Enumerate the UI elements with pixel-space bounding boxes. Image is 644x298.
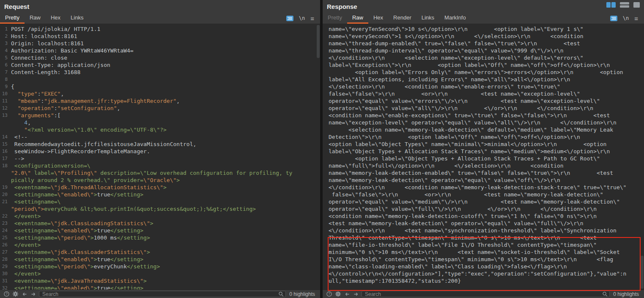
request-panel: Request PrettyRawHexLinks \n ≡ 1POST /ap… bbox=[0, 0, 320, 298]
next-match-button[interactable] bbox=[30, 291, 36, 297]
request-line: 25 <settingname=\"period\">1000 ms</sett… bbox=[0, 234, 320, 241]
response-line: name=\"thread-dump-enabled\" true=\"fals… bbox=[323, 40, 644, 47]
layout-columns-button[interactable] bbox=[606, 2, 616, 8]
request-line: 22 </event> bbox=[0, 212, 320, 220]
request-line: 4, bbox=[0, 119, 320, 126]
request-line: 11 "mbean":"jdk.management.jfr:type=Flig… bbox=[0, 97, 320, 105]
response-search-field bbox=[362, 291, 610, 297]
request-line: "2.0\" label=\"Profiling\" description=\… bbox=[0, 169, 320, 177]
request-line: 27 <eventname=\"jdk.ClassLoaderStatistic… bbox=[0, 248, 320, 256]
tab-pretty[interactable]: Pretty bbox=[0, 13, 25, 24]
tab-hex[interactable]: Hex bbox=[46, 13, 66, 24]
layout-single-button[interactable] bbox=[633, 2, 640, 8]
layout-rows-button[interactable] bbox=[620, 2, 629, 8]
request-tabs: PrettyRawHexLinks bbox=[0, 13, 88, 24]
response-line: <\/condition>\r\n <selection name=\"exce… bbox=[323, 54, 644, 61]
response-line: operator=\"equal\" value=\"full\"\/>\r\n… bbox=[323, 205, 644, 212]
response-line: <condition name=\"enable-exceptions\" tr… bbox=[323, 112, 644, 119]
response-line: operator=\"equal\" value=\"errors\"\/>\r… bbox=[323, 97, 644, 105]
tab-raw[interactable]: Raw bbox=[25, 13, 46, 24]
highlights-count: 0 highlights bbox=[612, 291, 641, 297]
search-settings-gear-icon[interactable] bbox=[335, 291, 341, 297]
request-line: pically around 2 % overhead.\" provider=… bbox=[0, 177, 320, 184]
response-search-bar: ? 0 highlights bbox=[323, 290, 644, 298]
pretty-print-icon[interactable] bbox=[286, 16, 293, 21]
response-title-row: Response bbox=[323, 0, 644, 13]
response-line: <\/condition>\r\n <condition name=\"memo… bbox=[323, 184, 644, 191]
pretty-print-icon[interactable] bbox=[610, 16, 617, 21]
request-line: 28 <settingname=\"enabled\">true</settin… bbox=[0, 256, 320, 263]
response-line: name=\"memory-leak-detection\" operator=… bbox=[323, 177, 644, 184]
tab-links[interactable]: Links bbox=[417, 13, 439, 24]
request-line: 17 --> bbox=[0, 155, 320, 162]
magnifier-icon[interactable] bbox=[602, 291, 608, 297]
response-code: name=\"everyTenSecond\">10 s<\/option>\r… bbox=[323, 25, 644, 284]
request-line: 2Host: localhost:8161 bbox=[0, 33, 320, 40]
response-line: <option label=\"Object Types + Allocatio… bbox=[323, 155, 644, 162]
request-scrollbar[interactable] bbox=[317, 25, 320, 289]
response-line: <option label=\"Errors Only\" name=\"err… bbox=[323, 69, 644, 76]
request-line: 14 <!-- bbox=[0, 133, 320, 141]
request-line: 31 <eventname=\"jdk.JavaThreadStatistics… bbox=[0, 277, 320, 284]
newline-toggle-button[interactable]: \n bbox=[299, 15, 305, 21]
tab-markinfo[interactable]: MarkInfo bbox=[439, 13, 471, 24]
previous-match-button[interactable] bbox=[21, 291, 27, 297]
response-tabbar: PrettyRawHexRenderLinksMarkInfo \n ≡ bbox=[323, 13, 644, 24]
request-line: "period\">everyChunk &lt;%out.printIn(&q… bbox=[0, 205, 320, 212]
request-code: 1POST /api/jolokia/ HTTP/1.12Host: local… bbox=[0, 25, 320, 290]
tab-raw[interactable]: Raw bbox=[347, 13, 368, 24]
help-icon[interactable]: ? bbox=[326, 291, 332, 297]
previous-match-button[interactable] bbox=[344, 291, 350, 297]
request-line: 24 <settingname=\"enabled\">true</settin… bbox=[0, 227, 320, 234]
response-tabs: PrettyRawHexRenderLinksMarkInfo bbox=[323, 13, 471, 24]
search-input[interactable] bbox=[365, 291, 602, 297]
response-line: label=\"Exceptions\">\r\n <option label=… bbox=[323, 61, 644, 69]
response-line: name=\"everyTenSecond\">10 s<\/option>\r… bbox=[323, 25, 644, 33]
highlights-count: 0 highlights bbox=[288, 291, 317, 297]
magnifier-icon[interactable] bbox=[278, 291, 284, 297]
request-panel-title: Request bbox=[4, 3, 29, 10]
response-line: name=\"thread-dump-interval\" operator=\… bbox=[323, 47, 644, 54]
tab-hex[interactable]: Hex bbox=[368, 13, 388, 24]
request-line: 32 <settingname=\"enabled\">true</settin… bbox=[0, 284, 320, 290]
response-line: operator=\"equal\" value=\"all\"\/>\r\n … bbox=[323, 105, 644, 112]
editor-menu-icon[interactable]: ≡ bbox=[310, 15, 314, 22]
search-settings-gear-icon[interactable] bbox=[12, 291, 19, 297]
request-line: 10 "type":"EXEC", bbox=[0, 90, 320, 97]
response-line: label=\"All Exceptions, including Errors… bbox=[323, 76, 644, 83]
response-line: name=\"memory-leak-detection-enabled\" t… bbox=[323, 169, 644, 177]
response-line: I\/O Threshold\" contentType=\"timespan\… bbox=[323, 256, 644, 263]
tab-links[interactable]: Links bbox=[66, 13, 88, 24]
tab-render[interactable]: Render bbox=[388, 13, 417, 24]
response-line: name=\"full\">full<\/option>\r\n <\/sele… bbox=[323, 162, 644, 169]
tab-pretty[interactable]: Pretty bbox=[323, 13, 347, 24]
editor-menu-icon[interactable]: ≡ bbox=[634, 15, 638, 22]
request-editor[interactable]: 1POST /api/jolokia/ HTTP/1.12Host: local… bbox=[0, 24, 320, 290]
request-line: 13 "arguments":[ bbox=[0, 112, 320, 119]
burp-message-editor-window: Request PrettyRawHexLinks \n ≡ 1POST /ap… bbox=[0, 0, 644, 298]
request-line: 6Content-Type: application/json bbox=[0, 61, 320, 69]
layout-controls bbox=[606, 2, 640, 8]
response-line: name=\"class-loading-enabled\" label=\"C… bbox=[323, 263, 644, 270]
response-line: Detection\">\r\n <option label=\"Off\" n… bbox=[323, 133, 644, 141]
response-line: <condition name=\"memory-leak-detection-… bbox=[323, 212, 644, 220]
response-scrollbar[interactable] bbox=[641, 25, 644, 289]
request-line: 9{ bbox=[0, 83, 320, 90]
response-line: label=\"Object Types + Allocation Stack … bbox=[323, 148, 644, 155]
newline-toggle-button[interactable]: \n bbox=[623, 15, 629, 21]
request-line: 18 <configurationversion=\ bbox=[0, 162, 320, 169]
next-match-button[interactable] bbox=[353, 291, 359, 297]
request-search-field bbox=[39, 291, 286, 297]
response-line: name=\"file-io-threshold\" label=\"File … bbox=[323, 241, 644, 248]
response-line: operator=\"equal\" value=\"medium\"\/>\r… bbox=[323, 198, 644, 205]
response-line: <\/selection>\r\n <condition name=\"enab… bbox=[323, 83, 644, 90]
request-line: 29 <settingname=\"period\">everyChunk</s… bbox=[0, 263, 320, 270]
request-editor-tools: \n ≡ bbox=[286, 13, 320, 24]
help-icon[interactable]: ? bbox=[3, 291, 10, 297]
request-line: 12 "operation":"setConfiguration", bbox=[0, 105, 320, 112]
response-editor[interactable]: name=\"everyTenSecond\">10 s<\/option>\r… bbox=[323, 24, 644, 290]
search-input[interactable] bbox=[42, 291, 278, 297]
response-line: <\/condition>\r\n <text name=\"synchroni… bbox=[323, 227, 644, 234]
request-line: 7Content-Length: 31688 bbox=[0, 69, 320, 76]
svg-text:?: ? bbox=[328, 292, 330, 296]
